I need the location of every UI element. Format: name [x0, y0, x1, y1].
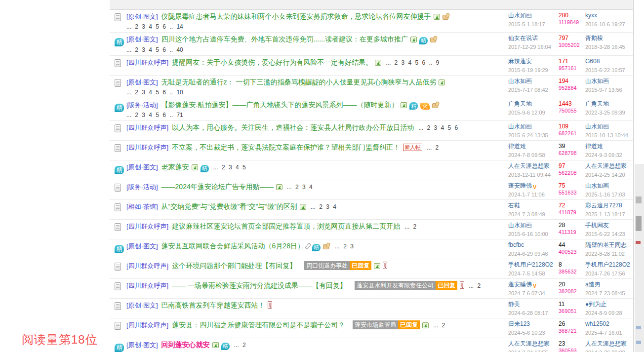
thread-title-line: [原创·图文]回到蓬安心就安精... 2 [126, 340, 504, 350]
author-link[interactable]: 山水如画 [508, 78, 532, 84]
thread-category-tag[interactable]: [原创·图文] [126, 13, 158, 20]
thread-category-tag[interactable]: [版务·活动] [126, 101, 158, 109]
thread-title-link[interactable]: 从“交纳党费”与“党费收缴”看“交”与“缴”的区别 [161, 202, 297, 210]
author-link[interactable]: 律道难 [508, 143, 526, 150]
author-link[interactable]: 手机用户2128O2 [508, 261, 553, 268]
page-links[interactable]: ... 2 3 [335, 243, 354, 250]
thread-title-link[interactable]: 这个环境问题那个部门能处理【有回复】 [172, 262, 296, 270]
author-link[interactable]: 山水如画 [508, 12, 532, 19]
thread-title-link[interactable]: 蓬安县：四川福之乐健康管理有限公司是不是骗子公司？ [172, 321, 345, 329]
author-link[interactable]: 蓬安睡佛 [508, 281, 532, 288]
lastpost-user-link[interactable]: kyxx [585, 12, 597, 19]
thread-category-tag[interactable]: [原创·图文] [126, 242, 158, 250]
thread-category-tag[interactable]: [四川群众呼声] [126, 262, 168, 270]
lastpost-user-link[interactable]: 山水如画 [585, 123, 609, 130]
thread-title-cell: [原创·图文]四川这个地方占道停车免费、外地车首次违停免罚......读者建议：… [126, 35, 508, 54]
thread-title-link[interactable]: 提醒网友：关于小女孩烫伤，爱心好行为有风险不一定有好结果。 [172, 58, 372, 66]
author-link[interactable]: 蓬安睡佛 [508, 182, 532, 189]
lastpost-user-link[interactable]: 人在天涯总想家 [585, 340, 627, 347]
thread-category-tag[interactable]: [原创·图文] [126, 78, 158, 86]
thread-category-tag[interactable]: [原创·图文] [126, 36, 158, 43]
thread-category-tag[interactable]: [原创·图文] [126, 302, 158, 309]
thread-category-tag[interactable]: [版务·活动] [126, 183, 158, 191]
thread-title-link[interactable]: 仪陇尿毒症患者马太荣的妹妹和两个小女来到蓬安募捐求救命，恳求论坛各位网友伸援手 [161, 12, 431, 20]
lastpost-user-link[interactable]: 山水如画 [585, 78, 609, 84]
page-links[interactable]: ... 2 3 4 5 [213, 164, 246, 171]
thread-title-link[interactable]: 以人为本，用心服务。关注民生，造福社会：蓬安县人社局行政办公开放日活动 [172, 123, 414, 131]
thread-title-link[interactable]: ——2024年蓬安论坛广告专用贴—— [161, 183, 274, 191]
thread-category-tag[interactable]: [四川群众呼声] [126, 59, 168, 66]
page-links[interactable]: ... 2 3 4 5 6 [418, 124, 458, 131]
lastpost-user-link[interactable]: wh12502 [585, 320, 609, 327]
author-link[interactable]: fbcfbc [508, 241, 524, 248]
thread-type-cell: 精 [110, 241, 126, 253]
page-links[interactable]: ... 2 3 4 5 6 .. 40 [126, 46, 504, 54]
page-links[interactable]: ... 2 3 4 [311, 203, 336, 210]
page-links[interactable]: ... 2 [234, 342, 246, 349]
thread-title-link[interactable]: 蓬安县互联网联合会鲜店采风活动（6月28日） [161, 242, 304, 250]
lastpost-user-link[interactable]: G608 [585, 58, 600, 65]
thread-title-link[interactable]: 【影像蓬安.航拍蓬安】——广角天地镜头下的蓬安风景系列——（随时更新） [161, 101, 399, 109]
author-link[interactable]: 人在天涯总想家 [508, 340, 550, 347]
lastpost-user-link[interactable]: 律道难 [585, 143, 603, 150]
author-link[interactable]: 仙女在说话 [508, 35, 538, 41]
lastpost-user-link[interactable]: 人在天涯总想家 [585, 162, 627, 169]
author-link[interactable]: 麻辣蓬安 [508, 58, 532, 65]
author-link[interactable]: 人在天涯总想家 [508, 162, 550, 169]
lastpost-user-link[interactable]: 广角天地 [585, 100, 609, 107]
thread-row: [四川群众呼声]不立案，不出裁定书，蓬安县法院立案庭在保护谁？望相关部门监督纠正… [110, 141, 633, 160]
lastpost-user-link[interactable]: 手机用户2128O2 [585, 261, 630, 268]
author-link[interactable]: 广角天地 [508, 100, 532, 107]
page-links[interactable]: ... 2 3 4 [287, 184, 313, 191]
thread-title-link[interactable]: 老家蓬安 [161, 163, 189, 171]
page-links[interactable]: ... 2 [404, 223, 416, 230]
lastpost-user-link[interactable]: ●到为止 [585, 301, 606, 308]
view-count: 682261 [559, 130, 585, 137]
author-line: 手机用户2128O2 [508, 261, 559, 270]
thread-category-tag[interactable]: [四川群众呼声] [126, 144, 168, 151]
author-cell: 山水如画2015-6-16 10:00 [508, 222, 559, 237]
author-link[interactable]: 山水如画 [508, 123, 532, 130]
thread-title-link[interactable]: 建议麻辣社区蓬安论坛首页全部固定推荐置顶，浏览网页直接从第二页开始 [172, 222, 400, 230]
thread-doc-icon [115, 59, 121, 67]
thread-title-link[interactable]: 不立案，不出裁定书，蓬安县法院立案庭在保护谁？望相关部门监督纠正！ [172, 143, 400, 151]
thread-title-link[interactable]: 回到蓬安心就安 [161, 341, 210, 349]
author-link[interactable]: 静美 [508, 301, 520, 308]
thread-category-tag[interactable]: [四川群众呼声] [126, 223, 168, 230]
lastpost-user-link[interactable]: a造男 [585, 281, 601, 288]
thread-title-line: [相如·茶馆]从“交纳党费”与“党费收缴”看“交”与“缴”的区别... 2 3 … [126, 202, 504, 211]
author-link[interactable]: 右鞋 [508, 202, 520, 209]
thread-title-cell: [四川群众呼声]提醒网友：关于小女孩烫伤，爱心好行为有风险不一定有好结果。...… [126, 58, 508, 67]
page-links[interactable]: ... 2 [469, 282, 481, 289]
lastpost-cell: a造男2024-7-23 08:45 [585, 281, 633, 297]
author-line: 广角天地 [508, 100, 559, 109]
thread-title-link[interactable]: 四川这个地方占道停车免费、外地车首次违停免罚......读者建议：在更多城市推广 [161, 35, 408, 43]
thread-category-tag[interactable]: [四川群众呼声] [126, 124, 168, 131]
thread-category-tag[interactable]: [四川群众呼声] [126, 282, 168, 289]
lastpost-user-link[interactable]: 隔壁的老王同志 [585, 241, 627, 248]
page-links[interactable]: ... 2 3 4 5 6 .. 9 [386, 59, 439, 66]
lastpost-user-link[interactable]: 手机网友 [585, 222, 609, 229]
page-links[interactable]: ... 2 3 4 5 6 .. 14 [126, 23, 504, 31]
digest-thread-icon: 精 [115, 344, 124, 352]
page-links[interactable]: ... 2 [433, 322, 445, 329]
thread-category-tag[interactable]: [四川群众呼声] [126, 321, 168, 329]
author-link[interactable]: 山水如画 [508, 222, 532, 229]
page-links[interactable]: ... 2 3 4 5 6 .. 71 [126, 112, 504, 119]
author-line: 蓬安睡佛V [508, 182, 559, 191]
thread-title-link[interactable]: 无耻是无耻者的通行z： 一切下三滥的指桑骂槐龌龊的小人伎量更见其心胸狭窄与人品低… [161, 78, 437, 86]
post-date: 2015-6-19 19:29 [508, 67, 559, 74]
thread-category-tag[interactable]: [相如·茶馆] [126, 203, 158, 210]
thread-title-link[interactable]: —— 一场暴雨检验蓬安雨污分流建没成果——【有回复】 [172, 281, 347, 289]
thread-title-link[interactable]: 巴南高铁首发列车穿越蓬安西站！ [161, 301, 265, 309]
thread-title-line: [原创·图文]四川这个地方占道停车免费、外地车首次违停免罚......读者建议：… [126, 35, 504, 44]
lastpost-user-link[interactable]: 山水如画 [585, 182, 609, 189]
author-link[interactable]: 归来123 [508, 320, 530, 327]
lastpost-user-link[interactable]: 胥鹅棱 [585, 35, 603, 41]
thread-category-tag[interactable]: [原创·图文] [126, 341, 158, 349]
page-links[interactable]: ... 2 [427, 144, 439, 151]
thread-title-line: [原创·图文]老家蓬安精... 2 3 4 5 [126, 162, 504, 172]
lastpost-user-link[interactable]: 彩云追月7278 [585, 202, 622, 209]
page-links[interactable]: ... 2 3 4 5 6 .. 10 [126, 89, 504, 96]
thread-category-tag[interactable]: [原创·图文] [126, 163, 158, 171]
